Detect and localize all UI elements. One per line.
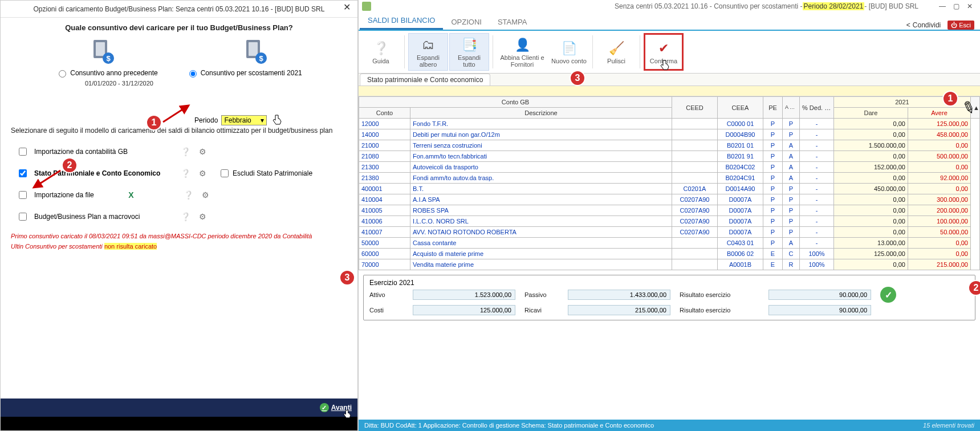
hdr-dare[interactable]: Dare xyxy=(833,108,908,119)
cell-apcr: P xyxy=(782,227,799,238)
cell-dare: 125.000,00 xyxy=(833,249,908,259)
table-row[interactable]: 70000Vendita materie primeA0001BER100%0,… xyxy=(359,259,980,270)
svg-rect-5 xyxy=(249,42,258,56)
table-row[interactable]: 410004A.I.A SPAC0207A90D0007APP-0,00300.… xyxy=(359,194,980,205)
svg-rect-1 xyxy=(96,42,105,56)
cell-dare: 13.000,00 xyxy=(833,238,908,249)
cell-pe: E xyxy=(763,259,782,270)
table-row[interactable]: 410005ROBES SPAC0207A90D0007APP-0,00200.… xyxy=(359,205,980,216)
scrollbar[interactable] xyxy=(971,119,980,270)
help-icon[interactable]: ❔ xyxy=(182,189,194,201)
checkbox-stato[interactable] xyxy=(19,169,27,177)
espandi-tutto-button[interactable]: 📑 Espandi tutto xyxy=(449,33,489,71)
cell-conto: 60000 xyxy=(359,249,410,259)
nuovo-conto-button[interactable]: 📄 Nuovo conto xyxy=(549,33,589,71)
document-euro-icon: $ xyxy=(89,38,116,65)
cell-conto: 21000 xyxy=(359,140,410,151)
table-row[interactable]: 50000Cassa contanteC0403 01PA-13.000,000… xyxy=(359,238,980,249)
table-row[interactable]: 14000Debiti per mutui non gar.O/12mD0004… xyxy=(359,129,980,140)
gear-icon[interactable]: ⚙ xyxy=(197,168,208,179)
hdr-conto-gb: Conto GB xyxy=(359,97,672,108)
close-icon[interactable]: ✕ xyxy=(963,1,977,11)
cell-descr: Debiti per mutui non gar.O/12m xyxy=(410,129,672,140)
hdr-ceed[interactable]: CEED xyxy=(672,97,717,119)
help-icon[interactable]: ❔ xyxy=(180,146,191,157)
cell-ceea: B0201 91 xyxy=(717,151,763,162)
guida-button[interactable]: ❔ Guida xyxy=(361,33,401,71)
table-row[interactable]: 410006I.L.C.O. NORD SRLC0207A90D0007APP-… xyxy=(359,216,980,227)
cell-dare: 0,00 xyxy=(833,194,908,205)
table-row[interactable]: 400001B.T.C0201AD0014A90PP-450.000,000,0… xyxy=(359,184,980,194)
filter-strip[interactable] xyxy=(359,86,980,96)
checkbox-file[interactable] xyxy=(19,191,27,199)
cell-descr: I.L.C.O. NORD SRL xyxy=(410,216,672,227)
cell-dare: 0,00 xyxy=(833,216,908,227)
gear-icon[interactable]: ⚙ xyxy=(197,146,208,157)
new-file-icon: 📄 xyxy=(560,39,578,58)
title-prefix: Senza centri 05.03.2021 10.16 - Consunti… xyxy=(615,2,803,10)
checkbox-escludi[interactable] xyxy=(221,169,229,177)
table-row[interactable]: 21300Autoveicoli da trasportoB0204C02PA-… xyxy=(359,162,980,173)
esci-button[interactable]: ⏻ Esci xyxy=(948,21,974,30)
maximize-icon[interactable]: ▢ xyxy=(949,1,963,11)
gear-icon[interactable]: ⚙ xyxy=(197,211,208,222)
gear-icon[interactable]: ⚙ xyxy=(200,189,211,201)
close-icon[interactable]: ✕ xyxy=(340,2,354,13)
table-body: 12000Fondo T.F.R.C0000 01PP-0,00125.000,… xyxy=(359,119,980,270)
cell-apcr: P xyxy=(782,194,799,205)
table-row[interactable]: 21380Fondi amm/to autov.da trasp.B0204C9… xyxy=(359,173,980,184)
cell-pe: P xyxy=(763,184,782,194)
hdr-descr[interactable]: Descrizione xyxy=(410,108,672,119)
cell-conto: 410005 xyxy=(359,205,410,216)
table-row[interactable]: 21080Fon.amm/to tecn.fabbricatiB0201 91P… xyxy=(359,151,980,162)
cell-dare: 0,00 xyxy=(833,119,908,129)
pulisci-button[interactable]: 🧹 Pulisci xyxy=(596,33,636,71)
table-row[interactable]: 60000Acquisto di materie primeB0006 02EC… xyxy=(359,249,980,259)
table-row[interactable]: 410007AVV. NOTAIO ROTONDO ROBERTAC0207A9… xyxy=(359,227,980,238)
black-strip xyxy=(1,417,357,430)
abbina-button[interactable]: 👤 Abbina Clienti e Fornitori xyxy=(497,33,548,71)
cell-avere: 215.000,00 xyxy=(908,259,970,270)
cell-descr: Fondo T.F.R. xyxy=(410,119,672,129)
tab-stampa[interactable]: STAMPA xyxy=(490,14,535,30)
title-suffix: - [BUD] BUD SRL xyxy=(864,2,918,10)
hdr-apcr[interactable]: A P C R xyxy=(782,97,799,119)
hdr-conto[interactable]: Conto xyxy=(359,108,410,119)
btn-label: Guida xyxy=(372,58,389,64)
tab-opzioni[interactable]: OPZIONI xyxy=(443,14,489,30)
lbl-attivo: Attivo xyxy=(369,291,404,298)
checkbox-macro[interactable] xyxy=(19,213,27,221)
share-button[interactable]: < Condividi xyxy=(906,21,941,29)
radio-prev-input[interactable] xyxy=(59,70,66,78)
minimize-icon[interactable]: — xyxy=(936,1,949,11)
btn-label: Espandi tutto xyxy=(451,54,487,68)
tab-saldi[interactable]: SALDI DI BILANCIO xyxy=(360,13,443,30)
subtab-stato[interactable]: Stato patrimoniale e Conto economico xyxy=(360,74,490,86)
cell-avere: 50.000,00 xyxy=(908,227,970,238)
periodo-dropdown[interactable]: Febbraio ▾ xyxy=(221,115,267,125)
table-row[interactable]: 12000Fondo T.F.R.C0000 01PP-0,00125.000,… xyxy=(359,119,980,129)
cell-ded: - xyxy=(799,140,833,151)
table-row[interactable]: 21000Terreni senza costruzioniB0201 01PA… xyxy=(359,140,980,151)
grid-wrap: 1 ✎ Conto GB CEED CEEA PE A P C R % Ded.… xyxy=(359,86,980,270)
hdr-ceea[interactable]: CEEA xyxy=(717,97,763,119)
opt-escludi[interactable]: Escludi Stato Patrimoniale xyxy=(218,168,312,179)
cell-ceea: B0204C02 xyxy=(717,162,763,173)
cell-ceea: D0007A xyxy=(717,216,763,227)
hdr-pe[interactable]: PE xyxy=(763,97,782,119)
espandi-albero-button[interactable]: 🗂 Espandi albero xyxy=(408,33,448,71)
help-icon[interactable]: ❔ xyxy=(180,168,191,179)
cell-pe: P xyxy=(763,238,782,249)
hdr-ded[interactable]: % Ded. IIDD xyxy=(799,97,833,119)
cell-ded: - xyxy=(799,227,833,238)
radio-scost-input[interactable] xyxy=(189,70,197,78)
cell-ceed xyxy=(672,151,717,162)
radio-prev-year[interactable]: Consuntivo anno precedente xyxy=(56,68,157,78)
status-right: 15 elementi trovati xyxy=(923,422,974,429)
radio-scostamenti[interactable]: Consuntivo per scostamenti 2021 xyxy=(186,68,302,78)
checkbox-cont-gb[interactable] xyxy=(19,148,27,156)
btn-label: Abbina Clienti e Fornitori xyxy=(498,54,546,68)
conferma-button[interactable]: ✔ Conferma xyxy=(644,33,684,71)
help-icon[interactable]: ❔ xyxy=(180,211,191,222)
summary-box: Esercizio 2021 Attivo 1.523.000,00 Passi… xyxy=(363,275,975,320)
